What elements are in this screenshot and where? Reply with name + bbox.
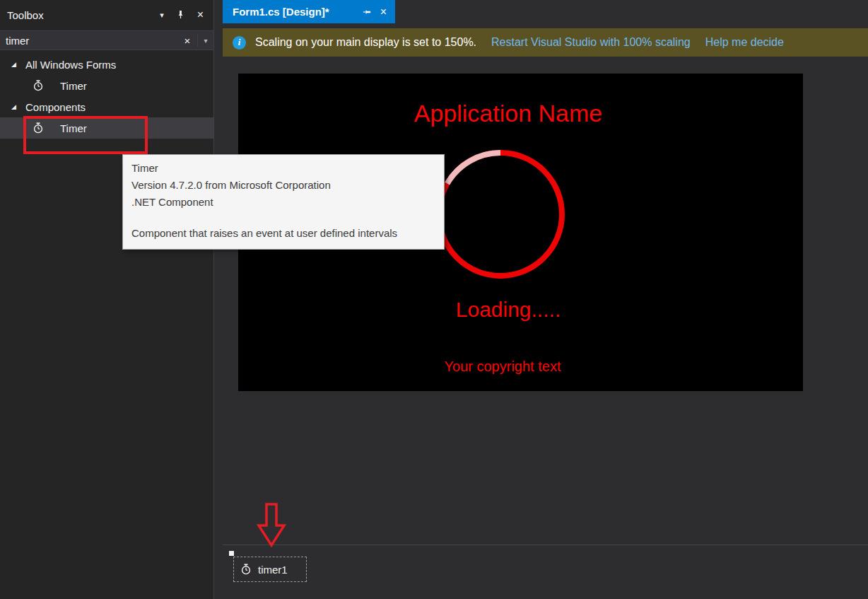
toolbox-header[interactable]: Toolbox ▾ × [0,0,213,30]
restart-scaling-link[interactable]: Restart Visual Studio with 100% scaling [491,36,691,49]
toolbox-search: × ▾ [0,30,213,50]
tree-item-timer-components[interactable]: Timer [0,117,213,139]
item-label: Timer [60,122,87,134]
component-tray-divider [223,545,868,545]
timer-tooltip: Timer Version 4.7.2.0 from Microsoft Cor… [122,154,445,250]
annotation-arrow-icon [257,503,286,548]
info-icon: i [233,36,246,50]
toolbox-header-icons: ▾ × [160,9,204,21]
tray-selection-handle [229,551,234,556]
timer1-component[interactable]: timer1 [233,557,307,582]
component-label: timer1 [258,564,288,576]
scaling-infobar: i Scaling on your main display is set to… [223,28,868,57]
app-name-label: Application Name [238,100,778,127]
close-icon[interactable]: × [197,9,204,21]
toolbox-panel: Toolbox ▾ × × ▾ ◢ All Windows For [0,0,214,599]
vs-window: Toolbox ▾ × × ▾ ◢ All Windows For [0,0,868,599]
pin-icon[interactable] [363,8,371,16]
editor-area: Form1.cs [Design]* × i Scaling on your m… [215,0,868,599]
close-icon[interactable]: × [380,6,387,18]
timer-icon [33,122,44,134]
help-me-decide-link[interactable]: Help me decide [705,36,784,49]
tree-item-timer-windows-forms[interactable]: Timer [0,75,213,96]
timer-icon [240,564,252,575]
tooltip-version: Version 4.7.2.0 from Microsoft Corporati… [131,177,435,194]
item-label: Timer [60,80,87,92]
tree-group-all-windows-forms[interactable]: ◢ All Windows Forms [0,54,213,75]
pin-icon[interactable] [176,9,185,21]
tab-title: Form1.cs [Design]* [233,6,329,18]
expander-icon[interactable]: ◢ [11,61,21,68]
copyright-label: Your copyright text [238,359,767,375]
window-position-icon[interactable]: ▾ [160,11,164,20]
loading-spinner [433,147,568,281]
group-label: All Windows Forms [25,59,116,71]
toolbox-title: Toolbox [7,9,44,21]
tooltip-description: Component that raises an event at user d… [131,225,435,242]
group-label: Components [25,101,86,113]
expander-icon[interactable]: ◢ [11,103,21,110]
search-input[interactable] [0,35,177,47]
tooltip-kind: .NET Component [131,194,435,211]
tooltip-title: Timer [131,160,435,177]
search-dropdown-icon[interactable]: ▾ [198,37,213,45]
toolbox-tree: ◢ All Windows Forms Timer ◢ Compone [0,54,213,139]
clear-search-icon[interactable]: × [177,35,197,47]
tab-form1-design[interactable]: Form1.cs [Design]* × [223,0,395,23]
loading-label: Loading..... [238,298,778,322]
tree-group-components[interactable]: ◢ Components [0,96,213,117]
infobar-message: Scaling on your main display is set to 1… [255,36,476,49]
timer-icon [33,80,44,91]
